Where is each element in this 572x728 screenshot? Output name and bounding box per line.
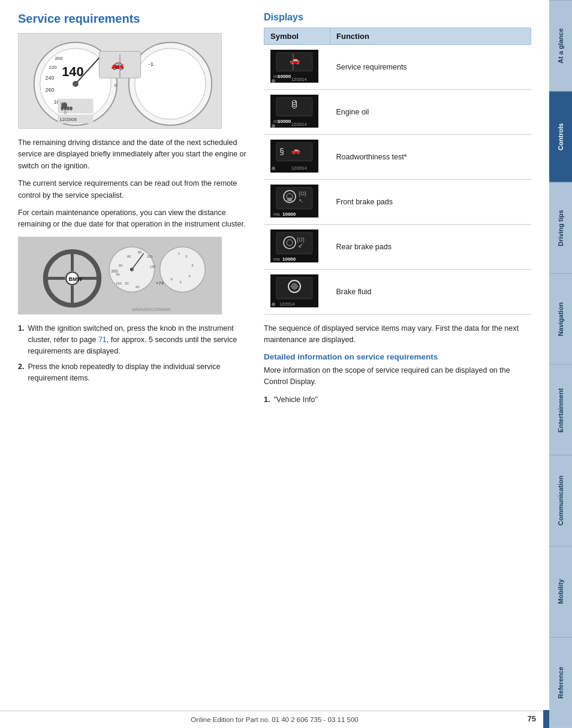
sidebar-tab-communication[interactable]: Communication [549, 455, 572, 546]
svg-text:100: 100 [147, 255, 153, 258]
svg-rect-91 [276, 232, 312, 253]
svg-point-10 [73, 81, 79, 87]
svg-text:WMA950C0WMW: WMA950C0WMW [132, 307, 171, 312]
sidebar-tab-mobility[interactable]: Mobility [549, 546, 572, 637]
svg-text:12/2014: 12/2014 [291, 122, 306, 126]
svg-text:↙: ↙ [298, 241, 303, 249]
instructions-list: 1. With the ignition switched on, press … [18, 323, 252, 385]
left-column: Service requirements 200 220 240 260 160… [18, 12, 252, 412]
sidebar-tab-driving-tips[interactable]: Driving tips [549, 182, 572, 273]
svg-text:120: 120 [150, 265, 156, 268]
svg-text:240: 240 [46, 75, 55, 81]
right-column: Displays Symbol Function 🚗 mls 10000 [264, 12, 531, 412]
svg-text:260: 260 [46, 87, 55, 93]
main-content: Service requirements 200 220 240 260 160… [0, 0, 549, 436]
page-number-bar [543, 710, 549, 728]
svg-point-19 [61, 103, 67, 109]
table-row: 🚗 mls 10000 12/2014 Service requirements [264, 45, 531, 90]
svg-rect-81 [276, 188, 312, 209]
dashboard-image: 60 80 100 120 BMW 1 2 3 4 5 6 +74 [18, 237, 222, 315]
page-title: Service requirements [18, 12, 252, 26]
svg-text:10000: 10000 [278, 119, 291, 124]
symbol-cell-5: 12/2014 [264, 270, 330, 315]
instruction-text-1: With the ignition switched on, press the… [28, 323, 252, 358]
svg-text:220: 220 [49, 65, 58, 70]
col-function: Function [330, 28, 531, 45]
svg-text:🚗: 🚗 [111, 58, 125, 71]
svg-text:-1: -1 [148, 61, 153, 67]
detail-steps-list: 1. "Vehicle Info" [264, 394, 531, 406]
svg-point-33 [160, 247, 206, 292]
detail-step-1: 1. "Vehicle Info" [264, 394, 531, 406]
svg-text:↖: ↖ [299, 198, 303, 204]
sidebar-tab-navigation[interactable]: Navigation [549, 273, 572, 364]
sidebar-tab-entertainment[interactable]: Entertainment [549, 364, 572, 455]
function-cell-5: Brake fluid [330, 270, 531, 315]
sequence-text: The sequence of displayed service items … [264, 323, 531, 346]
detail-section-title: Detailed information on service requirem… [264, 352, 531, 361]
symbol-cell-1: 🛢 mls 10000 12/2014 [264, 90, 330, 135]
svg-text:160: 160 [116, 282, 122, 285]
svg-text:40: 40 [136, 286, 140, 289]
svg-text:10000: 10000 [282, 256, 296, 262]
table-row: 12/2014 Brake fluid [264, 270, 531, 315]
table-row: {O} ↖ mls 10000 Front brake pads [264, 180, 531, 225]
page-footer: Online Edition for Part no. 01 40 2 606 … [0, 711, 549, 728]
symbol-cell-0: 🚗 mls 10000 12/2014 [264, 45, 330, 90]
col-symbol: Symbol [264, 28, 330, 45]
svg-text:60: 60 [119, 264, 123, 267]
svg-text:12/2014: 12/2014 [291, 166, 306, 170]
svg-text:+74: +74 [156, 280, 164, 286]
sidebar: At a glanceControlsDriving tipsNavigatio… [549, 0, 572, 728]
svg-point-70 [272, 124, 275, 128]
detail-step-text-1: "Vehicle Info" [273, 394, 318, 406]
svg-text:60: 60 [127, 255, 131, 258]
svg-text:🚗: 🚗 [289, 55, 300, 65]
function-cell-4: Rear brake pads [330, 225, 531, 270]
function-cell-1: Engine oil [330, 90, 531, 135]
detail-step-num-1: 1. [264, 394, 270, 406]
page-link-71[interactable]: 71 [98, 336, 107, 344]
sidebar-tab-at-a-glance[interactable]: At a glance [549, 0, 572, 91]
svg-text:II: II [114, 83, 116, 88]
symbol-cell-4: {O} ↙ mls 10000 [264, 225, 330, 270]
svg-text:80: 80 [138, 250, 142, 254]
svg-point-78 [272, 167, 275, 170]
svg-text:140: 140 [62, 64, 83, 79]
svg-text:⊙: ⊙ [64, 110, 67, 114]
svg-text:12/2008: 12/2008 [59, 117, 77, 122]
svg-text:12/2014: 12/2014 [291, 77, 306, 81]
svg-text:10000: 10000 [282, 212, 296, 217]
sidebar-tab-controls[interactable]: Controls [549, 91, 572, 182]
function-cell-2: Roadworthiness test* [330, 135, 531, 180]
svg-text:360: 360 [111, 269, 118, 273]
svg-text:mls: mls [273, 212, 280, 216]
page-number: 75 [528, 714, 536, 723]
svg-text:12/2014: 12/2014 [279, 302, 294, 306]
svg-point-62 [272, 79, 275, 83]
svg-text:10000: 10000 [278, 74, 291, 79]
table-row: § 🚗 12/2014 Roadworthiness test* [264, 135, 531, 180]
symbol-cell-3: {O} ↖ mls 10000 [264, 180, 330, 225]
displays-section-title: Displays [264, 12, 531, 23]
instruction-item-1: 1. With the ignition switched on, press … [18, 323, 252, 358]
displays-table: Symbol Function 🚗 mls 10000 12/2014 Serv… [264, 28, 531, 315]
svg-point-39 [130, 268, 134, 271]
instruction-num-2: 2. [18, 361, 24, 385]
instrument-cluster-image: 200 220 240 260 160 140 mls 9999 -1 [18, 33, 222, 129]
symbol-cell-2: § 🚗 12/2014 [264, 135, 330, 180]
svg-rect-84 [287, 198, 292, 201]
sidebar-tab-reference[interactable]: Reference [549, 637, 572, 728]
body-para-1: The remaining driving distance and the d… [18, 137, 252, 172]
svg-text:{O}: {O} [299, 191, 306, 197]
instruction-num-1: 1. [18, 323, 24, 358]
svg-text:BMW: BMW [69, 276, 83, 282]
svg-text:mls: mls [273, 257, 280, 261]
svg-text:§: § [279, 147, 284, 156]
detail-text: More information on the scope of service… [264, 365, 531, 388]
svg-text:🛢: 🛢 [290, 99, 299, 110]
instruction-item-2: 2. Press the knob repeatedly to display … [18, 361, 252, 385]
svg-text:🚗: 🚗 [291, 146, 300, 155]
svg-point-104 [272, 303, 275, 306]
body-para-3: For certain maintenance operations, you … [18, 207, 252, 231]
